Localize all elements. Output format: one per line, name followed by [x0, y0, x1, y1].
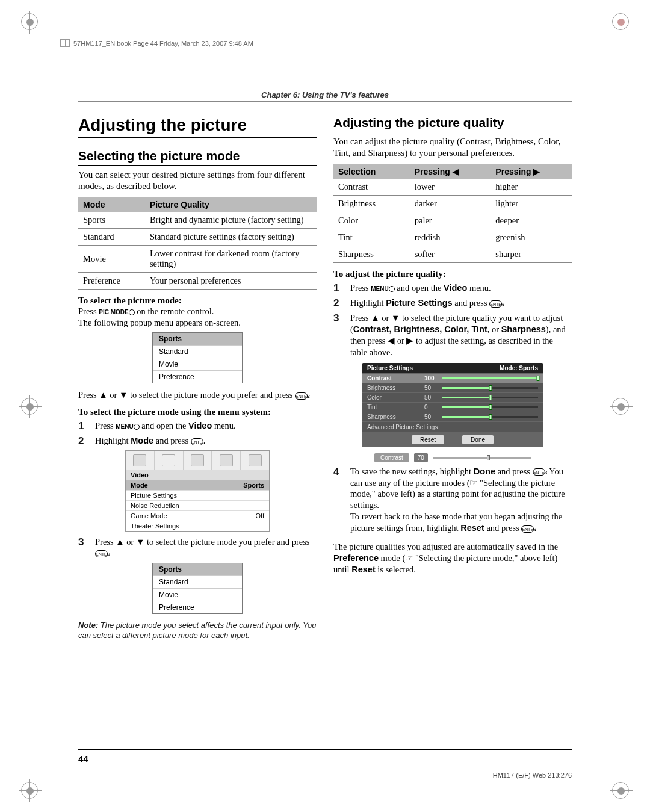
right-column: Adjusting the picture quality You can ad…: [333, 116, 572, 641]
menu-button-label: MENU: [116, 423, 133, 430]
button-icon: [389, 286, 395, 292]
video-menu-screenshot: Video ModeSports Picture Settings Noise …: [125, 450, 270, 532]
to-select-heading: To select the picture mode:: [78, 296, 317, 306]
popup-item: Sports: [153, 563, 242, 576]
popup-item: Movie: [153, 358, 242, 371]
table-row: SportsBright and dynamic picture (factor…: [78, 212, 317, 229]
step-1: 1 Press MENU and open the Video menu.: [333, 282, 572, 294]
menu-row: Theater Settings: [126, 521, 269, 531]
menu-row: Picture Settings: [126, 490, 269, 500]
mode-table: Mode Picture Quality SportsBright and dy…: [78, 197, 317, 290]
table-row: Contrastlowerhigher: [333, 179, 572, 196]
picture-settings-panel: Picture SettingsMode: Sports Contrast100…: [362, 363, 543, 447]
press-updown: Press ▲ or ▼ to select the picture mode …: [78, 389, 317, 401]
tab-icon: [220, 454, 233, 466]
chapter-text: Chapter 6: Using the TV's features: [261, 90, 389, 99]
chapter-heading: Chapter 6: Using the TV's features: [78, 90, 572, 104]
menu-row: Game ModeOff: [126, 510, 269, 521]
to-adjust-heading: To adjust the picture quality:: [333, 269, 572, 279]
reset-button: Reset: [412, 435, 444, 444]
enter-button-icon: ENTER: [521, 525, 534, 533]
crop-mark: [21, 398, 38, 415]
button-icon: [134, 424, 140, 430]
footer-code: HM117 (E/F) Web 213:276: [493, 772, 572, 779]
step-4: 4 To save the new settings, highlight Do…: [333, 466, 572, 534]
step-3: 3 Press ▲ or ▼ to select the picture mod…: [78, 536, 317, 559]
book-icon: [60, 39, 70, 47]
footer-rule: [78, 749, 572, 750]
ps-row: Brightness50: [362, 383, 543, 392]
crop-mark: [21, 13, 38, 30]
to-select-menu-heading: To select the picture mode using the men…: [78, 407, 317, 417]
ps-row: Contrast100: [362, 373, 543, 383]
popup-menu: Sports Standard Movie Preference: [152, 332, 243, 383]
enter-button-icon: ENTER: [191, 438, 203, 445]
print-job-header: 57HM117_EN.book Page 44 Friday, March 23…: [60, 39, 253, 47]
crop-mark: [612, 782, 629, 799]
table-row: Brightnessdarkerlighter: [333, 196, 572, 212]
step-1: 1 Press MENU and open the Video menu.: [78, 420, 317, 432]
table-row: MovieLower contrast for darkened room (f…: [78, 246, 317, 273]
left-column: Adjusting the picture Selecting the pict…: [78, 116, 317, 641]
tab-icon: [133, 454, 146, 466]
menu-button-label: MENU: [371, 286, 388, 293]
table-row: Colorpalerdeeper: [333, 212, 572, 229]
picmode-button-label: PIC MODE: [99, 309, 128, 316]
note-block: Note: The picture mode you select affect…: [78, 620, 317, 641]
crop-mark: [612, 13, 629, 30]
popup-appears: The following popup menu appears on-scre…: [78, 317, 317, 329]
enter-button-icon: ENTER: [533, 468, 545, 476]
section-title: Adjusting the picture: [78, 116, 317, 138]
tab-icon: [162, 454, 175, 466]
page-number: 44: [78, 751, 316, 764]
th-mode: Mode: [78, 197, 145, 212]
table-row: PreferenceYour personal preferences: [78, 273, 317, 290]
table-row: Sharpnesssoftersharper: [333, 246, 572, 263]
popup-item: Preference: [153, 371, 242, 383]
popup-item: Standard: [153, 576, 242, 589]
crop-mark: [21, 782, 38, 799]
quality-table: Selection Pressing ◀ Pressing ▶ Contrast…: [333, 164, 572, 263]
enter-button-icon: ENTER: [295, 392, 308, 400]
enter-button-icon: ENTER: [489, 300, 502, 308]
ps-row: Sharpness50: [362, 412, 543, 421]
tab-icon: [191, 454, 204, 466]
step-2: 2 Highlight Picture Settings and press E…: [333, 297, 572, 309]
menu-row: Noise Reduction: [126, 500, 269, 510]
ps-advanced: Advanced Picture Settings: [362, 421, 543, 432]
crop-mark: [612, 398, 629, 415]
table-row: Tintreddishgreenish: [333, 229, 572, 246]
tab-icon: [249, 454, 262, 466]
menu-row: ModeSports: [126, 480, 269, 490]
th-quality: Picture Quality: [145, 197, 317, 212]
tail-paragraph: The picture qualities you adjusted are a…: [333, 541, 572, 575]
table-row: StandardStandard picture settings (facto…: [78, 229, 317, 246]
subsection-title: Selecting the picture mode: [78, 149, 317, 166]
enter-button-icon: ENTER: [95, 550, 108, 557]
popup-item: Sports: [153, 333, 242, 346]
popup-menu-2: Sports Standard Movie Preference: [152, 563, 243, 614]
button-icon: [129, 309, 135, 315]
ps-row: Color50: [362, 392, 543, 402]
intro-text: You can adjust the picture quality (Cont…: [333, 136, 572, 159]
subsection-title: Adjusting the picture quality: [333, 116, 572, 132]
print-header-text: 57HM117_EN.book Page 44 Friday, March 23…: [73, 40, 253, 47]
step-3: 3 Press ▲ or ▼ to select the picture qua…: [333, 312, 572, 358]
detached-slider: Contrast 70: [374, 453, 531, 462]
press-picmode: Press PIC MODE on the remote control.: [78, 306, 317, 317]
intro-text: You can select your desired picture sett…: [78, 169, 317, 192]
video-menu-title: Video: [126, 470, 269, 480]
popup-item: Movie: [153, 589, 242, 601]
done-button: Done: [462, 435, 494, 444]
popup-item: Standard: [153, 346, 242, 358]
step-2: 2 Highlight Mode and press ENTER.: [78, 435, 317, 447]
popup-item: Preference: [153, 601, 242, 613]
ps-row: Tint0: [362, 402, 543, 412]
